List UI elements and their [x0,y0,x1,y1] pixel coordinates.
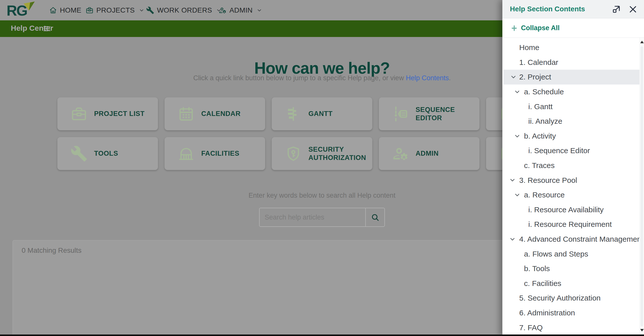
quick-link-label: PROJECT LIST [94,110,145,118]
subtitle-text: Click a quick link button below to jump … [193,74,406,82]
quick-link-label: GANTT [308,110,333,118]
briefcase-icon [70,105,88,122]
tree-expand-chevron-icon[interactable] [510,73,517,81]
home-icon [49,6,57,14]
tree-item-i-resource-availability[interactable]: i. Resource Availability [502,202,639,217]
tree-item-i-gantt[interactable]: i. Gantt [502,99,639,114]
panel-title: Help Section Contents [510,5,585,13]
tree-item-label: 4. Advanced Constraint Management [519,235,639,243]
nav-item-projects[interactable]: PROJECTS [86,0,145,20]
tree-item-ii-analyze[interactable]: ii. Analyze [502,114,639,129]
search-input[interactable] [260,208,365,226]
logo[interactable]: RG [7,2,27,19]
nav-item-work-orders[interactable]: WORK ORDERS [146,0,222,20]
tree-item-b-tools[interactable]: b. Tools [502,261,639,276]
tree-expand-chevron-icon[interactable] [509,176,516,184]
scrollbar-thumb[interactable] [640,46,643,326]
tree-item-a-schedule[interactable]: a. Schedule [502,85,639,99]
chevron-down-icon [139,7,145,13]
tree-item-label: i. Sequence Editor [528,146,590,155]
scroll-up-arrow-icon[interactable] [640,41,644,43]
window-bottom-edge [0,334,644,336]
tree-item-label: a. Schedule [524,88,564,96]
panel-header: Help Section Contents [502,0,644,18]
collapse-vertical-icon [511,25,518,32]
tree-item-label: b. Activity [524,132,556,140]
briefcase-icon [86,6,94,14]
tree-item-5-security-authorization[interactable]: 5. Security Authorization [502,291,639,306]
quick-link-card-calendar[interactable]: CALENDAR [165,97,265,130]
tree-item-label: ii. Analyze [528,117,562,125]
tree-item-6-administration[interactable]: 6. Administration [502,306,639,320]
tree-item-7-faq[interactable]: 7. FAQ [502,320,639,334]
nav-item-admin[interactable]: ADMIN [219,0,262,20]
scroll-down-arrow-icon[interactable] [640,329,644,331]
sequence-icon [392,105,409,122]
tree-item-i-sequence-editor[interactable]: i. Sequence Editor [502,143,639,158]
tree-item-label: i. Resource Requirement [528,220,612,229]
wrench-icon [146,6,154,14]
tree-item-b-activity[interactable]: b. Activity [502,129,639,144]
tree-item-2-project[interactable]: 2. Project [503,70,639,85]
quick-link-card-tools[interactable]: TOOLS [57,137,158,170]
calendar-icon [178,105,195,122]
search-button[interactable] [365,208,384,226]
tree-item-label: 6. Administration [519,309,575,317]
close-icon[interactable] [628,4,638,14]
quick-link-card-gantt[interactable]: GANTT [272,97,372,130]
nav-item-label: HOME [60,6,82,14]
tree-expand-chevron-icon[interactable] [509,235,516,243]
tree-scrollbar[interactable] [639,38,644,334]
tree-item-a-resource[interactable]: a. Resource [502,188,639,202]
tree-item-3-resource-pool[interactable]: 3. Resource Pool [502,173,639,188]
facility-icon [178,145,195,162]
quick-link-label: FACILITIES [201,149,239,158]
admin-icon [392,145,409,162]
admin-icon [219,6,227,14]
collapse-all-button[interactable]: Collapse All [502,19,644,38]
tree-item-label: i. Gantt [528,102,553,111]
tree-expand-chevron-icon[interactable] [513,191,521,199]
shield-key-icon [285,145,302,162]
gantt-icon [285,105,302,122]
tree-item-i-resource-requirement[interactable]: i. Resource Requirement [502,217,639,232]
quick-link-card-sequence-editor[interactable]: SEQUENCE EDITOR [379,97,479,130]
quick-link-card-security-authorization[interactable]: SECURITY AUTHORIZATION [272,137,372,170]
tree-item-label: b. Tools [524,264,550,273]
list-menu-icon[interactable] [43,24,52,33]
quick-link-card-admin[interactable]: ADMIN [379,137,479,170]
help-contents-tree: Home1. Calendar2. Projecta. Schedulei. G… [502,38,639,334]
search-box [259,208,385,227]
tree-item-a-flows-and-steps[interactable]: a. Flows and Steps [502,246,639,261]
tree-item-1-calendar[interactable]: 1. Calendar [502,55,639,70]
nav-item-home[interactable]: HOME [49,0,82,20]
chevron-down-icon [256,7,262,13]
tree-item-label: c. Facilities [524,279,561,288]
nav-item-label: PROJECTS [96,6,135,14]
tree-item-c-facilities[interactable]: c. Facilities [502,276,639,291]
tree-expand-chevron-icon[interactable] [513,132,521,140]
help-section-contents-panel: Help Section Contents Collapse All Home1… [502,0,644,336]
open-in-new-window-icon[interactable] [611,4,621,14]
quick-link-card-facilities[interactable]: FACILITIES [165,137,265,170]
wrench-icon [70,145,88,162]
quick-link-card-project-list[interactable]: PROJECT LIST [57,97,158,130]
collapse-all-label: Collapse All [521,24,560,32]
tree-item-home[interactable]: Home [502,40,639,55]
tree-expand-chevron-icon[interactable] [513,88,521,96]
tree-item-label: 2. Project [519,73,551,81]
tree-item-label: 1. Calendar [519,58,558,67]
quick-link-label: SEQUENCE EDITOR [416,106,476,122]
quick-link-label: TOOLS [94,149,118,158]
tree-item-label: a. Resource [524,191,565,199]
subtitle-period: . [449,74,451,82]
tree-item-4-advanced-constraint-management[interactable]: 4. Advanced Constraint Management [502,232,639,247]
tree-item-c-traces[interactable]: c. Traces [502,158,639,173]
tree-item-label: Home [519,43,539,52]
quick-link-label: SECURITY AUTHORIZATION [308,145,369,162]
tree-item-label: 3. Resource Pool [519,176,577,185]
results-count: 0 Matching Results [22,246,82,255]
search-icon [371,213,380,222]
help-contents-link[interactable]: Help Contents [406,74,449,82]
app-root: RG HOMEPROJECTSWORK ORDERSADMIN Help Cen… [0,0,644,336]
